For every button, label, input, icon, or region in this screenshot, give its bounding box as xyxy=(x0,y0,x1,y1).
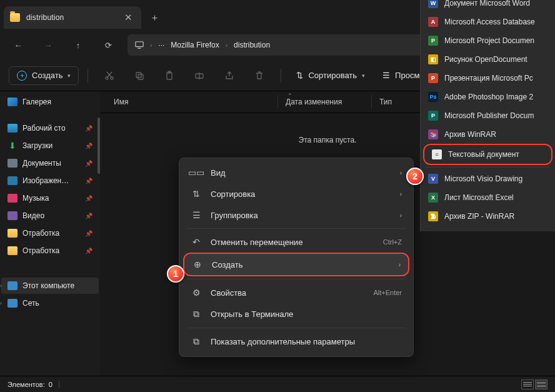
txt-icon: ≡ xyxy=(432,149,442,159)
gear-icon: ⚙ xyxy=(191,288,202,298)
tab-distribution[interactable]: distribution ✕ xyxy=(4,6,141,29)
sub-zip[interactable]: 🗜Архив ZIP - WinRAR xyxy=(421,207,555,226)
sub-access[interactable]: AMicrosoft Access Database xyxy=(421,13,555,31)
more-icon: ⧉ xyxy=(191,336,202,347)
sort-button[interactable]: ⇅ Сортировать ▾ xyxy=(290,67,371,84)
header-name[interactable]: Имя xyxy=(109,95,278,109)
folder-icon xyxy=(8,229,18,238)
music-icon xyxy=(8,194,18,203)
access-icon: A xyxy=(428,17,438,27)
addr-dots: ··· xyxy=(158,41,164,49)
sub-word[interactable]: WДокумент Microsoft Word xyxy=(421,0,555,13)
xls-icon: X xyxy=(428,193,438,203)
copy-icon[interactable] xyxy=(127,64,152,87)
ctx-view[interactable]: ▭▭Вид› xyxy=(183,162,409,183)
new-button[interactable]: ＋ Создать ▾ xyxy=(9,66,79,85)
ctx-label: Открыть в Терминале xyxy=(211,309,293,319)
sidebar-item-label: Видео xyxy=(22,211,44,220)
close-icon[interactable]: ✕ xyxy=(122,11,135,24)
pin-icon: 📌 xyxy=(85,195,92,202)
up-button[interactable]: ↑ xyxy=(68,34,89,56)
header-date[interactable]: Дата изменения xyxy=(278,95,371,109)
svg-point-2 xyxy=(106,77,108,79)
sub-odg[interactable]: ◧Рисунок OpenDocument xyxy=(421,50,555,69)
ctx-label: Показать дополнительные параметры xyxy=(211,337,355,346)
download-icon: ⬇ xyxy=(8,141,18,150)
sidebar-item-label: Рабочий сто xyxy=(22,124,66,133)
group-icon: ☰ xyxy=(191,210,202,220)
sidebar-item-downloads[interactable]: ⬇Загрузки📌 xyxy=(1,138,99,154)
sub-project[interactable]: PMicrosoft Project Documen xyxy=(421,31,555,50)
rename-icon[interactable] xyxy=(187,64,212,87)
sidebar-item-pictures[interactable]: Изображен…📌 xyxy=(1,173,99,189)
sub-ppt[interactable]: PПрезентация Microsoft Pс xyxy=(421,69,555,88)
pc-icon xyxy=(8,281,18,290)
view-icons-button[interactable] xyxy=(535,379,548,389)
sidebar-item-gallery[interactable]: Галерея xyxy=(1,94,99,110)
sub-pub[interactable]: PMicrosoft Publisher Docum xyxy=(421,106,555,125)
context-menu: ▭▭Вид› ⇅Сортировка› ☰Группировка› ↶Отмен… xyxy=(179,158,414,357)
ctx-undo[interactable]: ↶Отменить перемещениеCtrl+Z xyxy=(183,231,409,253)
plus-circle-icon: ⊕ xyxy=(192,259,203,269)
folder-icon xyxy=(10,13,20,22)
ctx-label: Свойства xyxy=(211,288,246,298)
cut-icon[interactable] xyxy=(97,64,122,87)
forward-button[interactable]: → xyxy=(38,34,59,56)
zip-icon: 🗜 xyxy=(428,211,438,221)
sub-rar[interactable]: 📚Архив WinRAR xyxy=(421,125,555,144)
sub-label: Лист Microsoft Excel xyxy=(444,193,514,202)
sub-label: Архив ZIP - WinRAR xyxy=(444,212,514,221)
sub-xls[interactable]: XЛист Microsoft Excel xyxy=(421,188,555,207)
sidebar-item-desktop[interactable]: Рабочий сто📌 xyxy=(1,120,99,136)
sub-label: Adobe Photoshop Image 2 xyxy=(444,93,533,101)
ctx-label: Отменить перемещение xyxy=(211,238,302,247)
sidebar-item-label: Сеть xyxy=(22,299,39,308)
paste-icon[interactable] xyxy=(157,64,182,87)
sub-label: Microsoft Access Database xyxy=(444,18,535,26)
ctx-sort[interactable]: ⇅Сортировка› xyxy=(183,183,409,204)
sidebar-item-videos[interactable]: Видео📌 xyxy=(1,208,99,224)
view-icon: ▭▭ xyxy=(191,168,202,178)
new-tab-button[interactable]: ＋ xyxy=(144,7,165,28)
sidebar: Галерея Рабочий сто📌 ⬇Загрузки📌 Документ… xyxy=(0,91,100,376)
sidebar-item-label: Галерея xyxy=(22,98,51,106)
svg-rect-0 xyxy=(136,42,143,47)
ctx-label: Группировка xyxy=(211,211,258,220)
sub-label: Текстовый документ xyxy=(448,150,519,159)
svg-point-3 xyxy=(111,77,113,79)
ctx-more[interactable]: ⧉Показать дополнительные параметры xyxy=(183,331,409,353)
ctx-terminal[interactable]: ⧉Открыть в Терминале xyxy=(183,303,409,325)
ctx-properties[interactable]: ⚙СвойстваAlt+Enter xyxy=(183,282,409,303)
back-button[interactable]: ← xyxy=(8,34,29,56)
pin-icon: 📌 xyxy=(85,213,92,219)
sub-label: Рисунок OpenDocument xyxy=(444,55,528,64)
pin-icon: 📌 xyxy=(85,143,92,149)
ctx-group[interactable]: ☰Группировка› xyxy=(183,204,409,226)
sidebar-item-folder[interactable]: Отработка📌 xyxy=(1,243,99,259)
step-badge-2: 2 xyxy=(406,168,424,185)
sub-psd[interactable]: PsAdobe Photoshop Image 2 xyxy=(421,88,555,106)
pictures-icon xyxy=(8,176,18,185)
pin-icon: 📌 xyxy=(85,230,92,237)
sub-label: Microsoft Project Documen xyxy=(444,36,534,45)
sidebar-item-folder[interactable]: Отработка📌 xyxy=(1,225,99,241)
ctx-new[interactable]: ⊕Создать› xyxy=(183,253,409,276)
delete-icon[interactable] xyxy=(247,64,272,87)
sidebar-item-documents[interactable]: Документы📌 xyxy=(1,155,99,171)
status-items-label: Элементов: xyxy=(8,381,45,388)
ppt-icon: P xyxy=(428,73,438,83)
chevron-right-icon: › xyxy=(400,191,402,198)
share-icon[interactable] xyxy=(217,64,242,87)
refresh-button[interactable]: ⟳ xyxy=(98,34,119,56)
sub-txt[interactable]: ≡Текстовый документ xyxy=(423,144,552,165)
view-details-button[interactable] xyxy=(521,379,534,389)
sidebar-item-thispc[interactable]: ›Этот компьюте xyxy=(1,278,99,294)
monitor-icon xyxy=(135,41,144,49)
sub-visio[interactable]: VMicrosoft Visio Drawing xyxy=(421,169,555,188)
addr-crumb-distribution[interactable]: distribution xyxy=(234,41,270,49)
sidebar-item-music[interactable]: Музыка📌 xyxy=(1,190,99,206)
sub-label: Презентация Microsoft Pс xyxy=(444,74,533,83)
sidebar-item-network[interactable]: ›Сеть xyxy=(1,295,99,311)
sub-label: Документ Microsoft Word xyxy=(444,0,530,8)
addr-crumb-firefox[interactable]: Mozilla Firefox xyxy=(171,41,219,49)
